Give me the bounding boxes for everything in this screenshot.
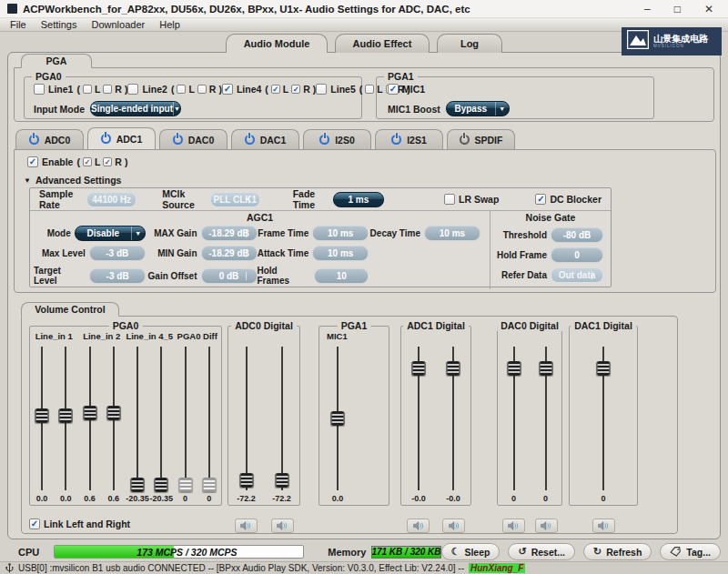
slider-handle[interactable] (331, 411, 345, 426)
volume-slider[interactable] (228, 347, 264, 490)
link-left-right-checkbox[interactable] (29, 519, 40, 529)
max-level-field[interactable]: -3 dB (89, 246, 146, 261)
volume-slider[interactable] (530, 347, 561, 490)
slider-handle[interactable] (539, 361, 552, 376)
slider-track[interactable] (281, 347, 283, 490)
maximize-icon[interactable]: □ (674, 3, 681, 15)
slider-handle[interactable] (83, 406, 96, 420)
target-level-field[interactable]: -3 dB (89, 268, 145, 284)
menu-downloader[interactable]: Downloader (85, 19, 151, 30)
volume-slider[interactable] (126, 347, 149, 490)
volume-slider[interactable] (78, 347, 102, 490)
menu-help[interactable]: Help (153, 19, 187, 30)
slider-handle[interactable] (597, 361, 611, 376)
volume-slider[interactable] (498, 347, 530, 490)
min-gain-field[interactable]: -18.29 dB (201, 246, 258, 261)
slider-handle[interactable] (275, 473, 288, 488)
volume-slider[interactable] (436, 347, 470, 490)
lr-swap-checkbox[interactable] (444, 194, 455, 205)
tab-spdif[interactable]: SPDIF (447, 129, 515, 149)
volume-slider[interactable] (570, 347, 637, 490)
mic1-boost-dropdown[interactable]: Bypass ▼ (446, 101, 510, 116)
hold-frame-field[interactable]: 0 (551, 247, 603, 263)
tab-log[interactable]: Log (437, 34, 502, 53)
line-line4-l-checkbox[interactable] (271, 85, 280, 94)
enable-l-checkbox[interactable] (83, 157, 92, 166)
volume-slider[interactable] (102, 347, 126, 490)
slider-handle[interactable] (202, 478, 216, 492)
line-line1-checkbox[interactable] (34, 84, 45, 95)
mute-button[interactable] (502, 519, 525, 533)
mute-button[interactable] (442, 519, 465, 533)
line-line2-l-checkbox[interactable] (177, 85, 186, 94)
tab-adc1[interactable]: ADC1 (87, 127, 156, 149)
volume-slider[interactable] (324, 347, 351, 490)
slider-handle[interactable] (131, 478, 145, 492)
mute-button[interactable] (407, 519, 430, 533)
mic1-checkbox-row[interactable]: MIC1 (388, 84, 425, 95)
slider-handle[interactable] (178, 478, 192, 492)
line-line1-l-checkbox[interactable] (83, 85, 92, 94)
fade-time-field[interactable]: 1 ms (333, 192, 384, 207)
enable-r-checkbox[interactable] (103, 157, 112, 166)
lr-swap-checkbox-row[interactable]: LR Swap (444, 194, 499, 205)
advanced-settings-toggle[interactable]: ▼ Advanced Settings (24, 175, 121, 186)
hold-frames-field[interactable]: 10 (314, 268, 369, 284)
menu-settings[interactable]: Settings (35, 19, 84, 30)
mode-field[interactable]: Disable▼ (75, 226, 146, 241)
mic1-checkbox[interactable] (388, 84, 399, 95)
slider-track[interactable] (246, 347, 248, 490)
slider-handle[interactable] (412, 361, 426, 376)
volume-slider[interactable] (149, 347, 173, 490)
volume-slider[interactable] (30, 347, 54, 490)
mclk-source-field[interactable]: PLL CLK1 (210, 192, 260, 207)
reset-button[interactable]: ↺Reset... (508, 543, 575, 560)
attack-time-field[interactable]: 10 ms (312, 246, 369, 261)
volume-slider[interactable] (264, 347, 299, 490)
dc-blocker-checkbox[interactable] (535, 194, 546, 205)
line-line4-r-checkbox[interactable] (291, 85, 300, 94)
slider-handle[interactable] (59, 408, 73, 423)
line-line2-checkbox-row[interactable]: Line2(LR) (127, 84, 221, 95)
line-line2-checkbox[interactable] (127, 84, 138, 95)
refresh-button[interactable]: ↻Refresh (583, 543, 652, 560)
volume-slider[interactable] (174, 347, 197, 490)
sample-rate-field[interactable]: 44100 Hz (86, 192, 136, 207)
refer-data-field[interactable]: Out data (551, 267, 603, 283)
dc-blocker-checkbox-row[interactable]: DC Blocker (535, 194, 602, 205)
slider-handle[interactable] (106, 406, 120, 420)
pga-section-tab[interactable]: PGA (21, 54, 92, 68)
gain-offset-field[interactable]: 0 dB (201, 268, 258, 284)
slider-track[interactable] (208, 347, 210, 490)
line-line2-r-checkbox[interactable] (197, 85, 207, 94)
sleep-button[interactable]: ☾Sleep (441, 543, 500, 560)
volume-control-section-tab[interactable]: Volume Control (21, 302, 119, 317)
line-line4-checkbox-row[interactable]: Line4(LR) (222, 84, 316, 95)
line-line1-r-checkbox[interactable] (103, 85, 112, 94)
mute-button[interactable] (535, 519, 558, 533)
slider-track[interactable] (185, 347, 187, 490)
tab-adc0[interactable]: ADC0 (15, 129, 84, 149)
menu-file[interactable]: File (4, 19, 33, 30)
tab-audio-effect[interactable]: Audio Effect (335, 34, 430, 53)
decay-time-field[interactable]: 10 ms (424, 226, 480, 241)
line-line5-checkbox[interactable] (316, 84, 327, 95)
tab-audio-module[interactable]: Audio Module (226, 34, 328, 53)
mute-button[interactable] (271, 519, 294, 533)
input-mode-dropdown[interactable]: Single-ended input ▼ (90, 101, 181, 116)
tab-i2s0[interactable]: I2S0 (303, 129, 371, 149)
max-gain-field[interactable]: -18.29 dB (201, 226, 258, 241)
close-icon[interactable]: ✕ (704, 3, 713, 15)
slider-track[interactable] (160, 347, 162, 490)
threshold-field[interactable]: -80 dB (551, 227, 603, 243)
tab-dac0[interactable]: DAC0 (159, 129, 228, 149)
tab-i2s1[interactable]: I2S1 (375, 129, 443, 149)
minimize-icon[interactable]: – (644, 3, 651, 15)
mute-button[interactable] (235, 519, 258, 533)
line-line1-checkbox-row[interactable]: Line1(LR) (34, 84, 127, 95)
volume-slider[interactable] (401, 347, 436, 490)
link-left-right-checkbox-row[interactable]: Link Left and Right (29, 519, 130, 529)
slider-handle[interactable] (507, 361, 521, 376)
tag-button[interactable]: Tag... (660, 543, 721, 560)
frame-time-field[interactable]: 10 ms (312, 226, 369, 241)
